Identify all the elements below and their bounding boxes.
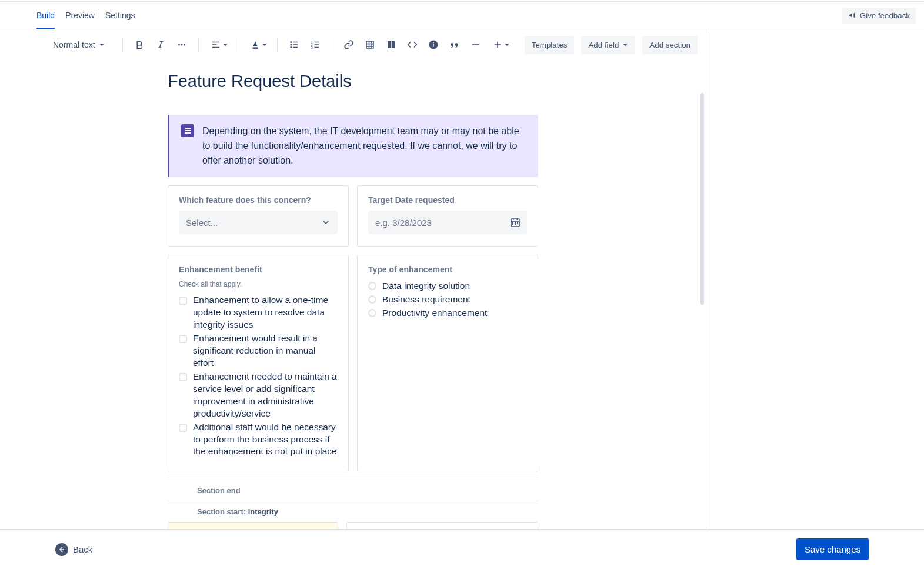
svg-rect-14 <box>433 44 434 47</box>
toolbar-separator <box>238 38 238 52</box>
bold-button[interactable] <box>130 35 149 54</box>
right-panel-border <box>706 29 706 569</box>
info-panel[interactable]: Depending on the system, the IT developm… <box>168 115 538 177</box>
radio-icon <box>368 295 376 304</box>
svg-text:3: 3 <box>311 46 313 49</box>
svg-point-0 <box>178 44 180 46</box>
tab-settings[interactable]: Settings <box>105 2 135 29</box>
link-button[interactable] <box>339 35 358 54</box>
chevron-down-icon <box>222 42 228 48</box>
add-section-button[interactable]: Add section <box>642 36 698 54</box>
radio-option[interactable]: Productivity enhancement <box>368 307 527 320</box>
date-placeholder: e.g. 3/28/2023 <box>375 218 432 228</box>
tabs: Build Preview Settings <box>36 2 135 29</box>
give-feedback-button[interactable]: Give feedback <box>842 8 916 24</box>
arrow-left-circle-icon <box>55 543 68 556</box>
svg-rect-19 <box>517 218 518 220</box>
quote-button[interactable] <box>445 35 464 54</box>
svg-rect-16 <box>472 44 479 45</box>
toolbar-separator <box>122 38 123 52</box>
checkbox-icon <box>179 373 187 381</box>
insert-more-button[interactable] <box>488 35 512 54</box>
toolbar-separator <box>277 38 278 52</box>
svg-point-15 <box>433 42 434 43</box>
checkbox-option[interactable]: Enhancement would result in a significan… <box>179 332 338 370</box>
editor-scroll-area[interactable]: Feature Request Details Depending on the… <box>0 60 706 569</box>
date-input[interactable]: e.g. 3/28/2023 <box>368 211 527 234</box>
svg-point-1 <box>181 44 182 46</box>
svg-rect-21 <box>515 222 516 224</box>
svg-rect-22 <box>517 222 518 224</box>
select-placeholder: Select... <box>186 218 218 228</box>
svg-rect-20 <box>512 222 513 224</box>
svg-point-4 <box>290 41 292 43</box>
italic-button[interactable] <box>151 35 170 54</box>
more-formatting-button[interactable] <box>172 35 191 54</box>
chevron-down-icon <box>504 42 510 48</box>
field-type-enhancement[interactable]: Type of enhancement Data integrity solut… <box>357 255 538 471</box>
svg-point-2 <box>184 44 185 46</box>
code-button[interactable] <box>403 35 422 54</box>
checkbox-option[interactable]: Additional staff would be necessary to p… <box>179 421 338 458</box>
toolbar-separator <box>198 38 199 52</box>
checkbox-option[interactable]: Enhancement to allow a one-time update t… <box>179 294 338 331</box>
radio-option[interactable]: Business requirement <box>368 294 527 306</box>
section-start-marker[interactable]: Section start: integrity <box>168 501 538 522</box>
tab-build[interactable]: Build <box>36 2 55 29</box>
radio-label: Business requirement <box>382 294 471 306</box>
info-panel-button[interactable] <box>424 35 443 54</box>
chevron-down-icon <box>622 42 628 48</box>
tab-preview[interactable]: Preview <box>65 2 95 29</box>
bullet-list-button[interactable] <box>285 35 303 54</box>
field-target-date[interactable]: Target Date requested e.g. 3/28/2023 <box>357 185 538 247</box>
field-label: Enhancement benefit <box>179 265 338 274</box>
svg-point-5 <box>290 44 292 46</box>
info-panel-text: Depending on the system, the IT developm… <box>202 124 526 168</box>
radio-option[interactable]: Data integrity solution <box>368 280 527 292</box>
main-area: Normal text 123 <box>0 29 706 569</box>
svg-rect-3 <box>252 48 258 49</box>
templates-button[interactable]: Templates <box>525 36 575 54</box>
svg-rect-11 <box>388 41 391 48</box>
panel-note-icon <box>181 124 194 137</box>
svg-point-6 <box>290 46 292 48</box>
svg-rect-24 <box>515 224 516 225</box>
radio-label: Productivity enhancement <box>382 307 487 320</box>
chevron-down-icon <box>321 218 331 227</box>
table-button[interactable] <box>361 35 379 54</box>
checkbox-label: Enhancement would result in a significan… <box>193 332 338 370</box>
field-enhancement-benefit[interactable]: Enhancement benefit Check all that apply… <box>168 255 349 471</box>
numbered-list-button[interactable]: 123 <box>306 35 325 54</box>
field-label: Type of enhancement <box>368 265 527 274</box>
megaphone-icon <box>848 11 856 19</box>
checkbox-label: Additional staff would be necessary to p… <box>193 421 338 458</box>
svg-rect-12 <box>391 41 394 48</box>
calendar-icon <box>511 218 520 227</box>
page-title[interactable]: Feature Request Details <box>168 72 538 91</box>
radio-icon <box>368 309 376 317</box>
add-field-button[interactable]: Add field <box>581 36 635 54</box>
toolbar: Normal text 123 <box>0 29 706 60</box>
divider-button[interactable] <box>466 35 485 54</box>
checkbox-label: Enhancement needed to maintain a service… <box>193 371 338 420</box>
select-input[interactable]: Select... <box>179 211 338 234</box>
footer: Back Save changes <box>0 529 924 569</box>
layout-button[interactable] <box>382 35 401 54</box>
text-style-dropdown[interactable]: Normal text <box>47 36 111 53</box>
text-style-label: Normal text <box>53 40 95 49</box>
section-start-prefix: Section start: <box>197 507 248 516</box>
chevron-down-icon <box>99 42 105 48</box>
text-color-button[interactable] <box>245 35 270 54</box>
add-field-label: Add field <box>588 41 619 49</box>
checkbox-option[interactable]: Enhancement needed to maintain a service… <box>179 371 338 420</box>
form-content: Feature Request Details Depending on the… <box>168 60 538 569</box>
scrollbar-thumb[interactable] <box>700 93 704 305</box>
checkbox-icon <box>179 335 187 343</box>
svg-rect-10 <box>366 41 373 48</box>
back-label: Back <box>73 544 92 554</box>
field-feature-select[interactable]: Which feature does this concern? Select.… <box>168 185 349 247</box>
back-button[interactable]: Back <box>55 543 92 556</box>
save-changes-button[interactable]: Save changes <box>796 538 869 560</box>
align-button[interactable] <box>206 35 231 54</box>
section-end-marker[interactable]: Section end <box>168 480 538 501</box>
